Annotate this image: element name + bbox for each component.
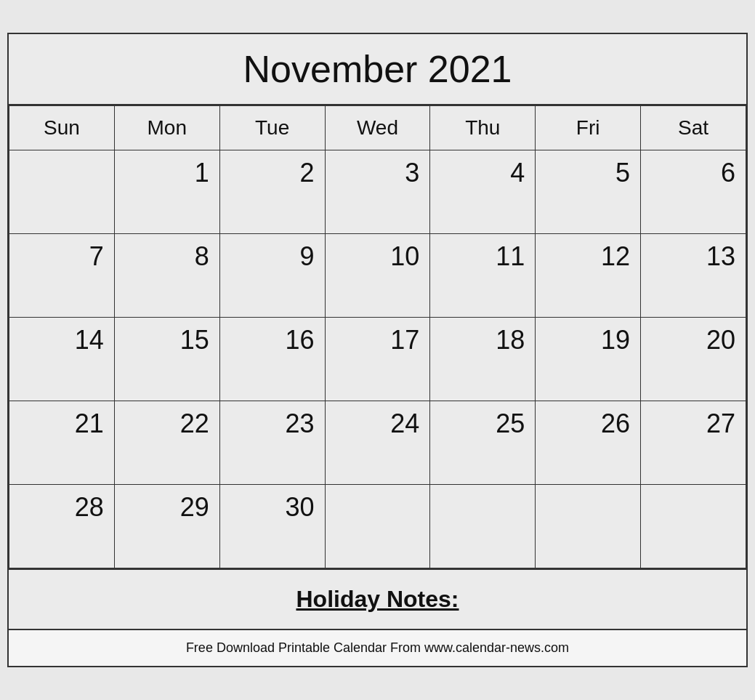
footer: Free Download Printable Calendar From ww… <box>9 629 746 666</box>
day-cell-12: 12 <box>536 234 641 318</box>
day-header-sun: Sun <box>9 106 115 150</box>
day-cell-11: 11 <box>430 234 536 318</box>
day-header-mon: Mon <box>114 106 219 150</box>
week-row-1: 123456 <box>9 150 746 234</box>
holiday-notes-label: Holiday Notes: <box>296 586 459 612</box>
day-cell-20: 20 <box>641 318 746 401</box>
day-cell-15: 15 <box>114 318 219 401</box>
day-cell-21: 21 <box>9 401 115 485</box>
day-cell-10: 10 <box>325 234 430 318</box>
day-cell-16: 16 <box>219 318 325 401</box>
day-cell-29: 29 <box>114 485 219 568</box>
day-cell-13: 13 <box>641 234 746 318</box>
calendar-title: November 2021 <box>9 34 746 105</box>
week-row-2: 78910111213 <box>9 234 746 318</box>
day-header-sat: Sat <box>641 106 746 150</box>
day-cell-23: 23 <box>219 401 325 485</box>
day-cell-18: 18 <box>430 318 536 401</box>
empty-cell <box>9 150 115 234</box>
holiday-notes: Holiday Notes: <box>9 568 746 629</box>
day-cell-5: 5 <box>536 150 641 234</box>
day-cell-4: 4 <box>430 150 536 234</box>
day-cell-14: 14 <box>9 318 115 401</box>
day-header-wed: Wed <box>325 106 430 150</box>
day-cell-28: 28 <box>9 485 115 568</box>
day-cell-25: 25 <box>430 401 536 485</box>
week-row-4: 21222324252627 <box>9 401 746 485</box>
day-cell-8: 8 <box>114 234 219 318</box>
empty-cell <box>325 485 430 568</box>
day-cell-7: 7 <box>9 234 115 318</box>
week-row-5: 282930 <box>9 485 746 568</box>
empty-cell <box>430 485 536 568</box>
empty-cell <box>641 485 746 568</box>
day-cell-1: 1 <box>114 150 219 234</box>
day-cell-2: 2 <box>219 150 325 234</box>
day-cell-22: 22 <box>114 401 219 485</box>
day-header-fri: Fri <box>536 106 641 150</box>
day-header-tue: Tue <box>219 106 325 150</box>
day-cell-19: 19 <box>536 318 641 401</box>
day-cell-27: 27 <box>641 401 746 485</box>
day-cell-3: 3 <box>325 150 430 234</box>
calendar-grid: SunMonTueWedThuFriSat 123456789101112131… <box>9 105 746 568</box>
day-cell-24: 24 <box>325 401 430 485</box>
day-cell-9: 9 <box>219 234 325 318</box>
empty-cell <box>536 485 641 568</box>
calendar: November 2021 SunMonTueWedThuFriSat 1234… <box>7 33 748 667</box>
week-row-3: 14151617181920 <box>9 318 746 401</box>
day-header-thu: Thu <box>430 106 536 150</box>
calendar-wrapper: November 2021 SunMonTueWedThuFriSat 1234… <box>0 0 755 700</box>
day-cell-30: 30 <box>219 485 325 568</box>
day-cell-17: 17 <box>325 318 430 401</box>
days-of-week-row: SunMonTueWedThuFriSat <box>9 106 746 150</box>
day-cell-6: 6 <box>641 150 746 234</box>
day-cell-26: 26 <box>536 401 641 485</box>
